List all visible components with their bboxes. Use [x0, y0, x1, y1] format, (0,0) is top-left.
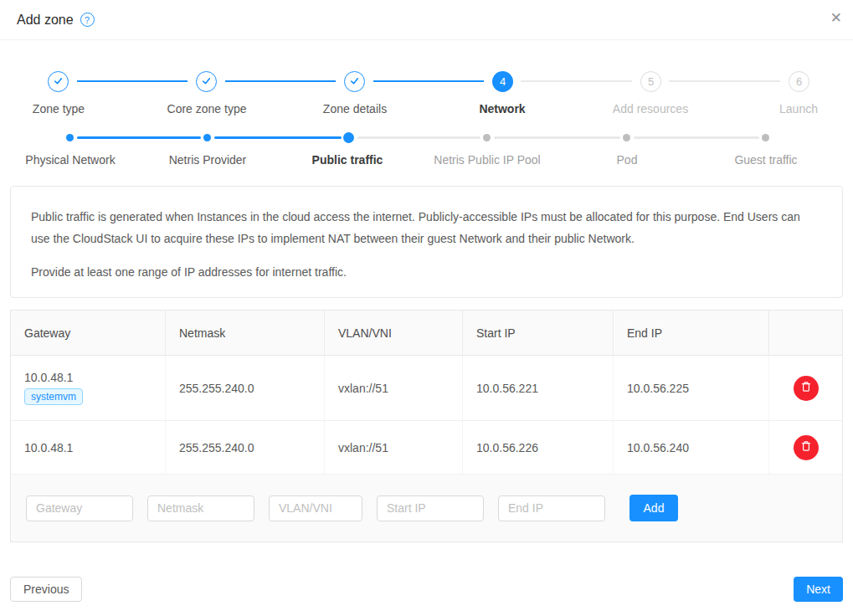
help-icon[interactable]: ? — [80, 13, 95, 27]
check-icon — [52, 74, 64, 90]
substep-connector — [214, 136, 342, 139]
cell-end-ip: 10.0.56.240 — [614, 421, 769, 474]
substep-connector — [77, 136, 201, 139]
check-icon — [348, 74, 361, 90]
column-header-vlan: VLAN/VNI — [325, 311, 463, 355]
step-launch: 6 — [789, 71, 809, 92]
start-ip-input[interactable] — [377, 495, 484, 521]
cell-netmask: 255.255.240.0 — [166, 421, 325, 474]
table-row: 10.0.48.1 255.255.240.0 vxlan://51 10.0.… — [11, 421, 842, 475]
systemvm-badge: systemvm — [24, 388, 83, 405]
substep-dot-physical-network — [66, 134, 74, 141]
step-label: Launch — [715, 102, 853, 116]
cell-start-ip: 10.0.56.226 — [463, 421, 614, 474]
substep-label: Guest traffic — [674, 153, 853, 167]
gateway-input[interactable] — [26, 495, 133, 521]
cell-start-ip: 10.0.56.221 — [463, 356, 614, 420]
next-button[interactable]: Next — [794, 577, 843, 602]
substep-dot-public-traffic — [343, 132, 354, 143]
description-paragraph: Provide at least one range of IP address… — [31, 261, 822, 283]
step-connector — [521, 80, 632, 82]
step-number: 5 — [648, 75, 654, 88]
trash-icon — [800, 440, 812, 454]
netmask-input[interactable] — [147, 495, 254, 521]
cell-end-ip: 10.0.56.225 — [614, 356, 769, 420]
cell-gateway: 10.0.48.1 — [11, 421, 166, 474]
add-range-button[interactable]: Add — [629, 495, 678, 521]
step-connector — [669, 80, 780, 82]
step-zone-details — [344, 71, 365, 92]
substep-connector — [634, 136, 759, 139]
cell-actions — [769, 421, 842, 474]
cell-vlan: vxlan://51 — [325, 356, 463, 420]
delete-range-button[interactable] — [794, 435, 819, 460]
step-label: Core zone type — [123, 102, 290, 116]
step-number: 6 — [796, 75, 802, 88]
substep-dot-guest-traffic — [762, 134, 769, 141]
step-add-resources: 5 — [640, 71, 661, 92]
step-label: Add resources — [567, 102, 734, 116]
end-ip-input[interactable] — [498, 495, 605, 521]
step-zone-type — [48, 71, 69, 92]
step-connector — [77, 80, 188, 82]
cell-gateway: 10.0.48.1 systemvm — [11, 356, 166, 420]
gateway-value: 10.0.48.1 — [24, 371, 152, 384]
step-network: 4 — [492, 71, 513, 92]
page-title: Add zone — [17, 13, 74, 28]
step-label: Zone details — [271, 102, 439, 116]
column-header-actions — [769, 311, 842, 355]
substep-connector — [494, 136, 620, 139]
step-number: 4 — [500, 75, 506, 88]
previous-button[interactable]: Previous — [10, 577, 82, 602]
trash-icon — [800, 381, 812, 395]
modal-header: Add zone ? ✕ — [0, 0, 853, 40]
add-range-form: Add — [11, 475, 842, 542]
check-icon — [200, 74, 213, 90]
delete-range-button[interactable] — [794, 376, 819, 401]
substep-dot-netris-provider — [203, 134, 211, 141]
substep-dot-pod — [623, 134, 630, 141]
substep-connector — [357, 136, 480, 139]
column-header-start-ip: Start IP — [463, 311, 614, 355]
column-header-gateway: Gateway — [11, 311, 166, 355]
step-label: Network — [419, 102, 586, 116]
description-paragraph: Public traffic is generated when Instanc… — [31, 206, 822, 249]
step-connector — [225, 80, 336, 82]
substep-dot-netris-public-ip-pool — [483, 134, 491, 141]
cell-vlan: vxlan://51 — [325, 421, 463, 474]
ip-range-table: Gateway Netmask VLAN/VNI Start IP End IP… — [10, 310, 843, 542]
close-icon[interactable]: ✕ — [830, 11, 842, 25]
table-header-row: Gateway Netmask VLAN/VNI Start IP End IP — [11, 311, 842, 356]
public-traffic-description: Public traffic is generated when Instanc… — [10, 186, 843, 298]
vlan-input[interactable] — [269, 495, 362, 521]
column-header-end-ip: End IP — [614, 311, 769, 355]
step-label: Zone type — [0, 102, 142, 116]
cell-actions — [769, 356, 842, 420]
step-connector — [373, 80, 484, 82]
column-header-netmask: Netmask — [166, 311, 325, 355]
step-core-zone-type — [196, 71, 217, 92]
table-row: 10.0.48.1 systemvm 255.255.240.0 vxlan:/… — [11, 356, 842, 421]
cell-netmask: 255.255.240.0 — [166, 356, 325, 420]
